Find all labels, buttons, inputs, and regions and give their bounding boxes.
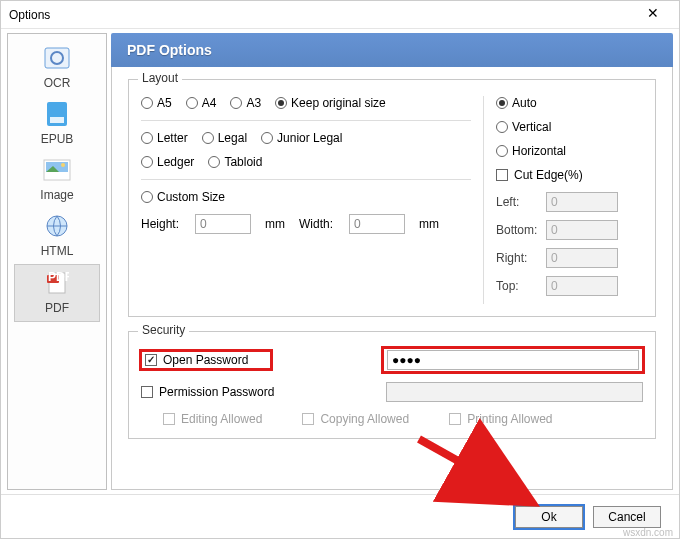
top-label: Top: (496, 279, 540, 293)
height-label: Height: (141, 217, 179, 231)
permission-password-input[interactable] (386, 382, 643, 402)
width-input[interactable] (349, 214, 405, 234)
svg-text:PDF: PDF (48, 271, 69, 284)
sidebar-label: EPUB (14, 132, 100, 146)
checkbox-open-password[interactable]: Open Password (145, 353, 248, 367)
image-icon (41, 156, 73, 184)
checkbox-cut-edge[interactable]: Cut Edge(%) (496, 168, 583, 182)
open-password-highlight: Open Password (141, 351, 271, 369)
security-legend: Security (138, 323, 189, 337)
checkbox-printing[interactable]: Printing Allowed (449, 412, 552, 426)
sidebar-item-epub[interactable]: EPUB (14, 96, 100, 152)
radio-a4[interactable]: A4 (186, 96, 217, 110)
radio-horizontal[interactable]: Horizontal (496, 144, 566, 158)
right-label: Right: (496, 251, 540, 265)
window-title: Options (9, 8, 635, 22)
cancel-button[interactable]: Cancel (593, 506, 661, 528)
ocr-icon (41, 44, 73, 72)
open-password-input[interactable] (387, 350, 639, 370)
bottom-label: Bottom: (496, 223, 540, 237)
height-input[interactable] (195, 214, 251, 234)
right-input[interactable] (546, 248, 618, 268)
sidebar: OCR EPUB Image HTML (7, 33, 107, 490)
sidebar-label: OCR (14, 76, 100, 90)
svg-rect-3 (50, 117, 64, 123)
main-panel: PDF Options Layout A5 A4 A3 Keep origina… (109, 29, 679, 494)
radio-letter[interactable]: Letter (141, 131, 188, 145)
radio-tabloid[interactable]: Tabloid (208, 155, 262, 169)
radio-auto[interactable]: Auto (496, 96, 537, 110)
checkbox-copying[interactable]: Copying Allowed (302, 412, 409, 426)
footer: Ok Cancel (1, 494, 679, 538)
sidebar-label: Image (14, 188, 100, 202)
radio-keep-original[interactable]: Keep original size (275, 96, 386, 110)
radio-ledger[interactable]: Ledger (141, 155, 194, 169)
radio-vertical[interactable]: Vertical (496, 120, 551, 134)
radio-legal[interactable]: Legal (202, 131, 247, 145)
radio-junior-legal[interactable]: Junior Legal (261, 131, 342, 145)
sidebar-label: HTML (14, 244, 100, 258)
bottom-input[interactable] (546, 220, 618, 240)
panel-title: PDF Options (111, 33, 673, 67)
html-icon (41, 212, 73, 240)
checkbox-permission-password[interactable]: Permission Password (141, 385, 274, 399)
sidebar-label: PDF (15, 301, 99, 315)
sidebar-item-image[interactable]: Image (14, 152, 100, 208)
unit-label: mm (265, 217, 285, 231)
close-icon[interactable]: ✕ (635, 5, 671, 25)
unit-label: mm (419, 217, 439, 231)
radio-custom-size[interactable]: Custom Size (141, 190, 225, 204)
checkbox-editing[interactable]: Editing Allowed (163, 412, 262, 426)
pdf-icon: PDF (41, 269, 73, 297)
ok-button[interactable]: Ok (515, 506, 583, 528)
open-password-input-highlight (383, 348, 643, 372)
width-label: Width: (299, 217, 333, 231)
left-input[interactable] (546, 192, 618, 212)
watermark: wsxdn.com (623, 527, 673, 538)
options-window: Options ✕ OCR EPUB Image (0, 0, 680, 539)
sidebar-item-html[interactable]: HTML (14, 208, 100, 264)
layout-legend: Layout (138, 71, 182, 85)
sidebar-item-ocr[interactable]: OCR (14, 40, 100, 96)
radio-a3[interactable]: A3 (230, 96, 261, 110)
sidebar-item-pdf[interactable]: PDF PDF (14, 264, 100, 322)
top-input[interactable] (546, 276, 618, 296)
titlebar: Options ✕ (1, 1, 679, 29)
svg-point-7 (61, 163, 65, 167)
radio-a5[interactable]: A5 (141, 96, 172, 110)
left-label: Left: (496, 195, 540, 209)
epub-icon (41, 100, 73, 128)
